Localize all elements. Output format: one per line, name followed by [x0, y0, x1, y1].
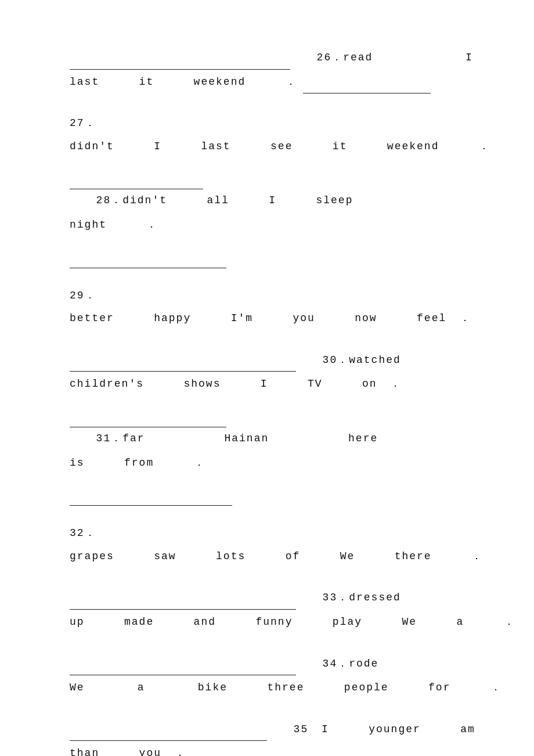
- exercise-33-label: 33．dressed: [296, 586, 401, 610]
- exercise-31: 31．far Hainan here is from ．: [70, 415, 476, 474]
- exercise-33-row2: up made and funny play We a ．: [70, 611, 476, 634]
- blank-34: [70, 663, 296, 675]
- blank-28: [70, 177, 203, 189]
- exercise-30-label: 30．watched: [296, 349, 401, 372]
- blank-30: [70, 359, 296, 372]
- exercise-30: 30．watched children's shows I TV on ．: [70, 349, 476, 396]
- exercise-28-label: 28．didn't all I sleep: [70, 189, 353, 213]
- blank-35: [70, 728, 267, 741]
- exercise-35: 35 I younger am than you ．: [70, 718, 476, 756]
- blank-28c: [70, 255, 226, 268]
- exercise-34: 34．rode We a bike three people for ．: [70, 653, 476, 700]
- blank-26: [70, 57, 290, 70]
- exercise-27: 27．didn't I last see it weekend ．: [70, 112, 476, 158]
- exercise-26: 26．read I last it weekend ．: [70, 46, 476, 93]
- exercise-34-label: 34．rode: [296, 653, 378, 676]
- exercise-28-row2: night ．: [70, 214, 476, 237]
- exercise-35-words2: than you ．: [70, 742, 186, 756]
- exercise-31-label: 31．far Hainan here: [70, 427, 378, 451]
- exercise-27-row1: 27．didn't I last see it weekend ．: [70, 112, 476, 158]
- exercise-35-row2: than you ．: [70, 742, 476, 756]
- exercise-34-row2: We a bike three people for ．: [70, 676, 476, 700]
- exercise-31-words2: is from ．: [70, 452, 205, 475]
- exercise-32-words: 32．grapes saw lots of We there ．: [70, 522, 483, 568]
- exercise-30-words2: children's shows I TV on ．: [70, 373, 402, 396]
- exercise-26-label: 26．read I: [290, 46, 473, 70]
- exercise-31-row2: is from ．: [70, 452, 476, 475]
- exercise-27-words: 27．didn't I last see it weekend ．: [70, 112, 490, 158]
- exercise-32-row1: 32．grapes saw lots of We there ．: [70, 522, 476, 568]
- exercise-29-words: 29．better happy I'm you now feel ．: [70, 285, 476, 330]
- blank-31: [70, 415, 226, 427]
- exercise-32: 32．grapes saw lots of We there ．: [70, 522, 476, 568]
- exercise-30-row1: 30．watched: [70, 349, 476, 372]
- exercise-31-extra: [70, 493, 476, 506]
- exercise-28-row1: 28．didn't all I sleep: [70, 177, 476, 213]
- exercise-33-row1: 33．dressed: [70, 586, 476, 610]
- exercise-26-words2: last it weekend ．: [70, 71, 297, 94]
- exercise-30-row2: children's shows I TV on ．: [70, 373, 476, 396]
- exercise-29: 29．better happy I'm you now feel ．: [70, 285, 476, 330]
- exercise-28: 28．didn't all I sleep night ．: [70, 177, 476, 236]
- exercise-26-row2: last it weekend ．: [70, 71, 476, 94]
- exercise-31-row1: 31．far Hainan here: [70, 415, 476, 451]
- blank-33: [70, 597, 296, 610]
- blank-31b: [70, 493, 232, 506]
- exercises-container: 26．read I last it weekend ． 27．didn't I …: [70, 46, 476, 756]
- exercise-35-row1: 35 I younger am: [70, 718, 476, 741]
- exercise-33: 33．dressed up made and funny play We a ．: [70, 586, 476, 633]
- exercise-35-label: 35 I younger am: [267, 718, 475, 741]
- exercise-34-words2: We a bike three people for ．: [70, 676, 502, 700]
- exercise-26-row1: 26．read I: [70, 46, 476, 70]
- exercise-33-words2: up made and funny play We a ．: [70, 611, 515, 634]
- exercise-28-extra: [70, 255, 476, 268]
- exercise-29-row1: 29．better happy I'm you now feel ．: [70, 285, 476, 330]
- exercise-34-row1: 34．rode: [70, 653, 476, 676]
- blank-26b: [303, 81, 431, 93]
- exercise-28-words2: night ．: [70, 214, 158, 237]
